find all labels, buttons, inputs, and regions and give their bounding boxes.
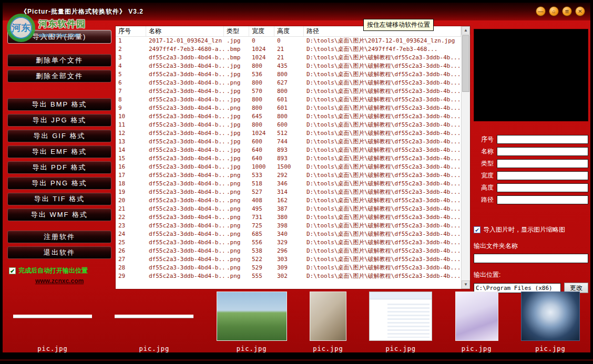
export-format-button[interactable]: 导出 WMF 格式 [7, 209, 111, 221]
export-format-button[interactable]: 导出 PNG 格式 [7, 177, 111, 190]
cell-path: D:\tools\桌面\图片\破解教程\df55c2a3-3ddb-4b... [304, 255, 461, 264]
table-row[interactable]: 28 df55c2a3-3ddb-4bd4-b... .png 529 309 … [116, 264, 461, 272]
cell-no: 3 [116, 54, 146, 62]
cell-height: 329 [274, 238, 304, 247]
cell-no: 17 [116, 171, 146, 180]
cell-no: 16 [116, 163, 146, 171]
thumbnail-strip: pic.jpg pic.jpg pic.jpg pic.jpg pic.jpg [3, 290, 590, 352]
table-row[interactable]: 9 df55c2a3-3ddb-4bd4-b... .png 800 601 D… [116, 104, 461, 112]
thumbnail-item[interactable]: pic.jpg [217, 292, 287, 352]
table-row[interactable]: 23 df55c2a3-3ddb-4bd4-b... .png 725 398 … [116, 222, 461, 230]
cell-name: 2497ff4f-7eb3-4680-a... [146, 45, 224, 54]
table-row[interactable]: 20 df55c2a3-3ddb-4bd4-b... .png 408 162 … [116, 196, 461, 205]
table-row[interactable]: 5 df55c2a3-3ddb-4bd4-b... .jpg 536 800 D… [116, 70, 461, 79]
scrollbar-track[interactable] [462, 92, 470, 280]
table-row[interactable]: 26 df55c2a3-3ddb-4bd4-b... .png 538 296 … [116, 247, 461, 255]
detail-field-input[interactable] [497, 171, 588, 180]
table-row[interactable]: 14 df55c2a3-3ddb-4bd4-b... .jpg 640 893 … [116, 146, 461, 154]
thumbnail-item[interactable]: pic.jpg [455, 292, 498, 352]
export-format-button[interactable]: 导出 GIF 格式 [7, 130, 111, 142]
detail-field-input[interactable] [497, 195, 588, 204]
cell-width: 685 [249, 230, 274, 238]
table-row[interactable]: 27 df55c2a3-3ddb-4bd4-b... .png 522 303 … [116, 255, 461, 264]
export-format-button[interactable]: 导出 EMF 格式 [7, 145, 111, 158]
cell-type: .png [224, 171, 249, 180]
cell-type: .jpg [224, 138, 249, 146]
detail-field-input[interactable] [497, 183, 588, 192]
export-format-button[interactable]: 导出 JPG 格式 [7, 114, 111, 127]
cell-path: D:\tools\桌面\图片\破解教程\df55c2a3-3ddb-4b... [304, 146, 461, 154]
thumbnail-item[interactable]: pic.jpg [115, 292, 193, 352]
table-row[interactable]: 15 df55c2a3-3ddb-4bd4-b... .jpg 640 893 … [116, 154, 461, 163]
titlebar[interactable]: 《Pictur-批量图片格式转换软件》 V3.2 — ⌂ ≣ ✕ [3, 3, 590, 20]
cell-name: df55c2a3-3ddb-4bd4-b... [146, 213, 224, 222]
cell-type: .jpg [224, 87, 249, 96]
table-row[interactable]: 17 df55c2a3-3ddb-4bd4-b... .png 533 292 … [116, 171, 461, 180]
cell-type: .png [224, 222, 249, 230]
homepage-button[interactable]: ⌂ [549, 6, 559, 16]
export-format-button[interactable]: 导出 PDF 格式 [7, 161, 111, 174]
table-row[interactable]: 1 2017-12-01_093624_lzn .jpg 0 0 D:\tool… [116, 37, 461, 45]
auto-open-checkbox[interactable]: ✔ [9, 267, 16, 274]
table-row[interactable]: 12 df55c2a3-3ddb-4bd4-b... .jpg 1024 512… [116, 129, 461, 138]
column-header-height[interactable]: 高度 [274, 26, 304, 36]
thumbnail-item[interactable]: pic.jpg [369, 292, 432, 352]
cell-no: 7 [116, 87, 146, 96]
column-header-no[interactable]: 序号 [116, 26, 146, 36]
table-row[interactable]: 3 df55c2a3-3ddb-4bd4-b... .bmp 1024 21 D… [116, 54, 461, 62]
column-header-name[interactable]: 名称 [146, 26, 224, 36]
cell-height: 744 [274, 138, 304, 146]
export-format-button[interactable]: 导出 TIF 格式 [7, 193, 111, 205]
cell-path: D:\tools\桌面\图片\破解教程\df55c2a3-3ddb-4b... [304, 222, 461, 230]
table-row[interactable]: 16 df55c2a3-3ddb-4bd4-b... .jpg 1000 150… [116, 163, 461, 171]
scroll-up-icon[interactable]: ▲ [462, 26, 470, 35]
delete-button[interactable]: 删除单个文件 [7, 54, 111, 67]
cell-height: 302 [274, 272, 304, 280]
table-row[interactable]: 7 df55c2a3-3ddb-4bd4-b... .jpg 570 800 D… [116, 87, 461, 96]
delete-button[interactable]: 删除全部文件 [7, 70, 111, 82]
table-scrollbar[interactable]: ▲ ▼ [461, 26, 470, 289]
table-row[interactable]: 13 df55c2a3-3ddb-4bd4-b... .jpg 600 744 … [116, 138, 461, 146]
cell-path: D:\tools\桌面\图片\破解教程\df55c2a3-3ddb-4b... [304, 87, 461, 96]
cell-path: D:\tools\桌面\图片\破解教程\df55c2a3-3ddb-4b... [304, 154, 461, 163]
cell-width: 800 [249, 104, 274, 112]
table-row[interactable]: 24 df55c2a3-3ddb-4bd4-b... .png 685 340 … [116, 230, 461, 238]
table-row[interactable]: 10 df55c2a3-3ddb-4bd4-b... .jpg 645 800 … [116, 112, 461, 121]
thumbnail-image [369, 292, 432, 341]
table-row[interactable]: 19 df55c2a3-3ddb-4bd4-b... .png 527 314 … [116, 188, 461, 196]
detail-field-input[interactable] [497, 159, 588, 168]
table-row[interactable]: 2 2497ff4f-7eb3-4680-a... .bmp 1024 21 D… [116, 45, 461, 54]
table-row[interactable]: 29 df55c2a3-3ddb-4bd4-b... .png 555 302 … [116, 272, 461, 280]
cell-type: .png [224, 247, 249, 255]
close-button[interactable]: ✕ [575, 6, 585, 16]
output-folder-input[interactable] [474, 254, 588, 263]
detail-field-input[interactable] [497, 135, 588, 144]
app-action-button[interactable]: 注册软件 [7, 231, 111, 243]
table-row[interactable]: 6 df55c2a3-3ddb-4bd4-b... .png 800 627 D… [116, 79, 461, 87]
table-row[interactable]: 4 df55c2a3-3ddb-4bd4-b... .jpg 800 435 D… [116, 62, 461, 70]
export-format-button[interactable]: 导出 BMP 格式 [7, 98, 111, 111]
table-row[interactable]: 18 df55c2a3-3ddb-4bd4-b... .png 518 346 … [116, 180, 461, 188]
import-images-button[interactable]: 导入图片(批量) [7, 30, 111, 44]
thumbnail-item[interactable]: pic.jpg [13, 292, 92, 352]
cell-name: df55c2a3-3ddb-4bd4-b... [146, 104, 224, 112]
scrollbar-thumb[interactable] [462, 35, 469, 92]
column-header-type[interactable]: 类型 [224, 26, 249, 36]
table-row[interactable]: 25 df55c2a3-3ddb-4bd4-b... .png 556 329 … [116, 238, 461, 247]
column-header-width[interactable]: 宽度 [249, 26, 274, 36]
thumbnail-item[interactable]: pic.jpg [521, 292, 580, 352]
table-row[interactable]: 22 df55c2a3-3ddb-4bd4-b... .png 731 380 … [116, 213, 461, 222]
app-action-button[interactable]: 退出软件 [7, 246, 111, 259]
table-row[interactable]: 11 df55c2a3-3ddb-4bd4-b... .jpg 800 600 … [116, 121, 461, 129]
table-row[interactable]: 8 df55c2a3-3ddb-4bd4-b... .jpg 800 601 D… [116, 96, 461, 104]
cell-width: 570 [249, 87, 274, 96]
scroll-down-icon[interactable]: ▼ [462, 280, 470, 289]
menu-button[interactable]: ≣ [562, 6, 572, 16]
minimize-button[interactable]: — [536, 6, 546, 16]
show-thumbnails-checkbox[interactable]: ✔ [474, 226, 480, 233]
detail-field-input[interactable] [497, 147, 588, 156]
thumbnail-item[interactable]: pic.jpg [310, 292, 346, 352]
cell-width: 495 [249, 205, 274, 213]
site-link[interactable]: www.zcnxc.com [6, 277, 113, 285]
table-row[interactable]: 21 df55c2a3-3ddb-4bd4-b... .png 495 387 … [116, 205, 461, 213]
